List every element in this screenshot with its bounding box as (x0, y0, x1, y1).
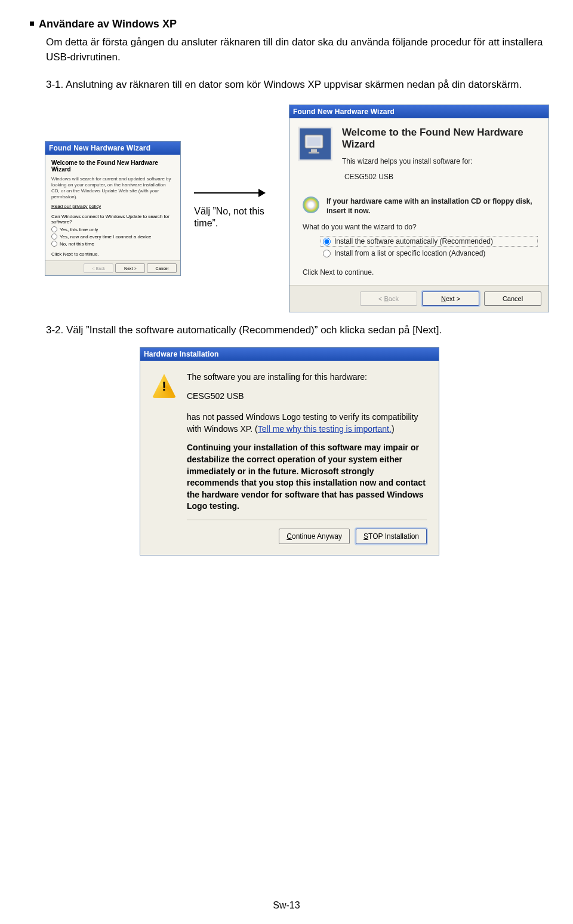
wizard-small-opt2[interactable]: Yes, now and every time I connect a devi… (51, 234, 174, 240)
wizard-big-opt-auto[interactable]: Install the software automatically (Reco… (321, 236, 538, 247)
svg-point-2 (0, 763, 54, 846)
continue-anyway-button[interactable]: Continue Anyway (279, 529, 350, 544)
wizard-big-sub: This wizard helps you install software f… (342, 157, 540, 165)
radio-icon[interactable] (323, 250, 331, 257)
hardware-installation-title: Hardware Installation (144, 350, 219, 358)
wizard-big-heading: Welcome to the Found New Hardware Wizard (342, 127, 540, 151)
step-3-2: 3-2. Välj ”Install the software automati… (46, 324, 549, 336)
radio-icon[interactable] (51, 226, 57, 232)
wizard-big-back-button: < Back (360, 291, 417, 306)
warn-link[interactable]: Tell me why this testing is important. (258, 424, 392, 434)
wizard-big-next-button[interactable]: Next > (422, 291, 479, 306)
wizard-small-privacy-link[interactable]: Read our privacy policy (51, 204, 174, 209)
intro-paragraph: Om detta är första gången du ansluter rä… (46, 35, 549, 65)
wizard-small: Found New Hardware Wizard Welcome to the… (45, 141, 181, 276)
arrow-icon (194, 188, 266, 198)
stop-installation-button[interactable]: STOP Installation (356, 529, 427, 544)
bullet-icon (30, 22, 34, 26)
step-3-1: 3-1. Anslutning av räknaren till en dato… (46, 78, 549, 93)
arrow-annotation: Välj ”No, not this time”. (181, 188, 277, 229)
wizard-icon (298, 127, 332, 161)
radio-icon[interactable] (51, 241, 57, 247)
wizard-small-opt1[interactable]: Yes, this time only (51, 226, 174, 232)
wizard-big-cancel-button[interactable]: Cancel (484, 291, 541, 306)
svg-point-0 (0, 715, 101, 852)
wizard-small-title: Found New Hardware Wizard (49, 144, 150, 152)
warn-p1: The software you are installing for this… (187, 372, 427, 383)
wizard-small-heading: Welcome to the Found New Hardware Wizard (51, 159, 174, 173)
warn-p3: Continuing your installation of this sof… (187, 442, 427, 512)
wizard-small-paragraph: Windows will search for current and upda… (51, 176, 174, 200)
wizard-small-continue-text: Click Next to continue. (51, 251, 174, 257)
cd-icon (303, 197, 319, 213)
svg-point-1 (0, 739, 78, 852)
page-heading: Användare av Windows XP (39, 18, 177, 30)
wizard-big-titlebar: Found New Hardware Wizard (289, 105, 549, 118)
background-arcs (0, 542, 191, 852)
wizard-big-opt-list[interactable]: Install from a list or specific location… (321, 248, 538, 259)
svg-rect-4 (307, 137, 321, 146)
wizard-big-question: What do you want the wizard to do? (303, 223, 538, 231)
warning-icon (152, 374, 176, 398)
wizard-big-cd-text: If your hardware came with an installati… (326, 197, 538, 216)
wizard-small-opt3[interactable]: No, not this time (51, 241, 174, 247)
page-footer: Sw-13 (0, 900, 573, 911)
heading-row: Användare av Windows XP (30, 18, 549, 30)
wizard-big-title: Found New Hardware Wizard (293, 108, 395, 116)
wizard-big-device: CESG502 USB (344, 173, 540, 181)
wizard-big: Found New Hardware Wizard Welcome to the… (289, 105, 549, 312)
radio-icon[interactable] (51, 234, 57, 240)
wizard-small-question: Can Windows connect to Windows Update to… (51, 214, 174, 225)
hardware-installation-dialog: Hardware Installation The software you a… (140, 347, 439, 555)
arrow-label: Välj ”No, not this time”. (194, 205, 277, 229)
wizard-big-continue-text: Click Next to continue. (303, 268, 538, 277)
warn-p2: has not passed Windows Logo testing to v… (187, 412, 427, 435)
wizard-small-back-button: < Back (84, 263, 113, 273)
wizard-small-next-button[interactable]: Next > (115, 263, 145, 273)
divider (187, 520, 427, 520)
wizard-small-cancel-button[interactable]: Cancel (147, 263, 177, 273)
figure-row: Found New Hardware Wizard Welcome to the… (45, 105, 549, 312)
wizard-small-titlebar: Found New Hardware Wizard (45, 142, 180, 155)
hardware-installation-titlebar: Hardware Installation (140, 348, 439, 361)
svg-rect-5 (309, 152, 319, 154)
warn-device: CESG502 USB (187, 391, 427, 403)
radio-icon[interactable] (323, 238, 331, 245)
